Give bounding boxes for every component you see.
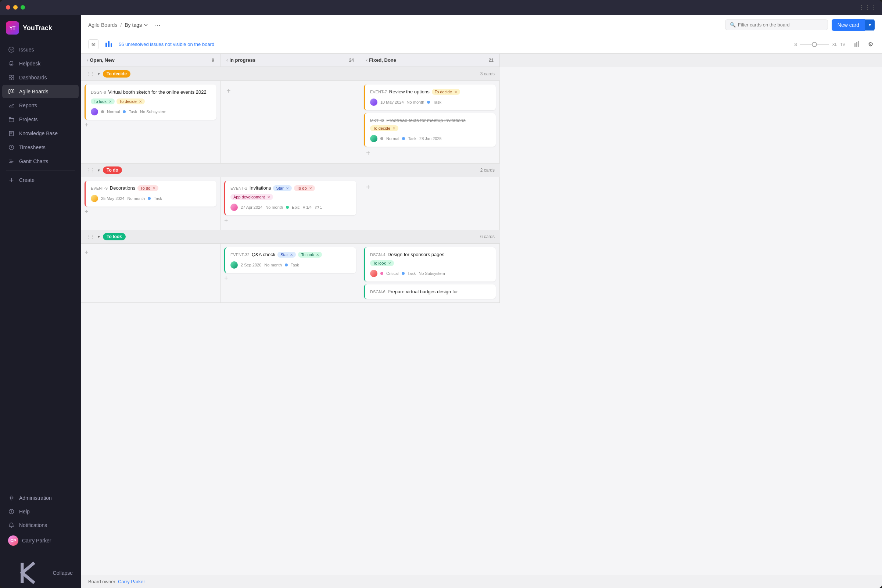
breadcrumb-parent[interactable]: Agile Boards bbox=[88, 22, 117, 28]
board-owner-name[interactable]: Carry Parker bbox=[118, 579, 145, 584]
add-card-in-progress-to-decide[interactable]: + bbox=[224, 84, 233, 98]
minimize-button[interactable] bbox=[13, 5, 18, 9]
card-id-dsgn6: DSGN-6 bbox=[370, 290, 386, 294]
close-button[interactable] bbox=[6, 5, 10, 9]
col-header-fixed-done: ‹ Fixed, Done 21 bbox=[360, 54, 500, 67]
add-card-open-to-look[interactable]: + bbox=[84, 248, 93, 258]
email-filter-button[interactable]: ✉ bbox=[88, 39, 99, 49]
add-card-done-to-do[interactable]: + bbox=[364, 181, 373, 194]
breadcrumb-current[interactable]: By tags bbox=[124, 22, 148, 28]
tag-remove-to-look-event32[interactable]: ✕ bbox=[316, 253, 319, 257]
tag-to-decide-event7[interactable]: To decide ✕ bbox=[432, 89, 460, 95]
user-profile[interactable]: CP Carry Parker bbox=[2, 532, 79, 549]
more-options-button[interactable]: ⋯ bbox=[151, 20, 164, 30]
tag-remove-to-look-dsgn4[interactable]: ✕ bbox=[388, 261, 391, 266]
swimlane-badge-to-look: To look bbox=[103, 233, 126, 240]
svg-rect-22 bbox=[108, 41, 110, 47]
sidebar-item-help[interactable]: Help bbox=[2, 505, 79, 518]
tag-star-event32[interactable]: Star ✕ bbox=[278, 252, 296, 258]
sidebar-item-projects[interactable]: Projects bbox=[2, 113, 79, 126]
collapse-button[interactable]: Collapse bbox=[2, 549, 79, 588]
create-button[interactable]: Create bbox=[2, 174, 79, 187]
unresolved-issues-text[interactable]: 56 unresolved issues not visible on the … bbox=[119, 42, 790, 47]
card-event-7[interactable]: EVENT-7 Review the options To decide ✕ 1… bbox=[364, 84, 496, 110]
priority-mkt43: Normal bbox=[386, 136, 399, 141]
add-card-button-to-decide-open[interactable]: + bbox=[84, 120, 93, 130]
add-card-open-to-do[interactable]: + bbox=[84, 207, 93, 217]
sidebar-item-gantt-charts-label: Gantt Charts bbox=[19, 158, 48, 164]
sidebar-item-reports[interactable]: Reports bbox=[2, 99, 79, 112]
tag-remove-app-dev-event2[interactable]: ✕ bbox=[267, 195, 270, 199]
tag-to-do-event2[interactable]: To do ✕ bbox=[294, 185, 315, 191]
svg-rect-6 bbox=[9, 90, 10, 94]
col-arrow-done[interactable]: ‹ bbox=[366, 57, 368, 63]
tag-star-event2[interactable]: Star ✕ bbox=[273, 185, 291, 191]
tag-remove-to-look[interactable]: ✕ bbox=[109, 100, 112, 104]
sidebar-item-agile-boards[interactable]: Agile Boards bbox=[2, 85, 79, 98]
chevron-down-icon bbox=[144, 23, 148, 27]
sidebar-item-dashboards-label: Dashboards bbox=[19, 75, 47, 81]
col-arrow-open[interactable]: ‹ bbox=[87, 57, 88, 63]
card-event-32[interactable]: EVENT-32 Q&A check Star ✕ To look ✕ 2 Se… bbox=[224, 248, 356, 273]
cell-to-decide-open: DSGN-8 Virtual booth sketch for the onli… bbox=[81, 81, 220, 164]
search-input[interactable] bbox=[738, 22, 823, 28]
tag-remove-to-do-event2[interactable]: ✕ bbox=[309, 186, 312, 190]
card-event-2[interactable]: EVENT-2 Invitations Star ✕ To do ✕ App d… bbox=[224, 181, 356, 215]
swimlane-chevron-2[interactable]: ▾ bbox=[98, 168, 100, 173]
add-card-progress-to-do[interactable]: + bbox=[224, 215, 233, 226]
month-event2: No month bbox=[266, 205, 283, 210]
sidebar-item-dashboards[interactable]: Dashboards bbox=[2, 71, 79, 84]
tag-remove-star-event32[interactable]: ✕ bbox=[290, 253, 293, 257]
tag-to-look-dsgn4[interactable]: To look ✕ bbox=[370, 260, 394, 266]
card-mkt-43[interactable]: MKT-43 Proofread texts for meetup invita… bbox=[364, 113, 496, 147]
assignee-avatar-event32 bbox=[230, 261, 238, 268]
sidebar-item-timesheets[interactable]: Timesheets bbox=[2, 141, 79, 154]
sidebar-item-helpdesk[interactable]: Helpdesk bbox=[2, 57, 79, 70]
tag-to-decide-mkt43[interactable]: To decide ✕ bbox=[370, 125, 398, 131]
svg-rect-2 bbox=[9, 75, 11, 77]
tag-remove-star-event2[interactable]: ✕ bbox=[286, 186, 289, 190]
card-dsgn-8[interactable]: DSGN-8 Virtual booth sketch for the onli… bbox=[84, 84, 216, 120]
swimlane-cards-count-3: 6 cards bbox=[480, 234, 495, 239]
tag-app-dev-event2[interactable]: App development ✕ bbox=[230, 194, 273, 200]
sidebar-item-agile-boards-label: Agile Boards bbox=[19, 88, 48, 94]
stats-button[interactable] bbox=[853, 39, 862, 50]
tag-to-decide[interactable]: To decide ✕ bbox=[117, 99, 145, 104]
tag-to-look[interactable]: To look ✕ bbox=[91, 99, 115, 104]
tag-to-do-event9[interactable]: To do ✕ bbox=[138, 185, 158, 191]
chart-view-button[interactable] bbox=[103, 38, 114, 50]
card-event-9[interactable]: EVENT-9 Decorations To do ✕ 25 May 2024 … bbox=[84, 181, 216, 207]
sidebar-item-knowledge-base[interactable]: Knowledge Base bbox=[2, 127, 79, 140]
collapse-label: Collapse bbox=[53, 570, 73, 576]
tag-remove-to-do-event9[interactable]: ✕ bbox=[153, 186, 156, 190]
tag-remove-to-decide[interactable]: ✕ bbox=[139, 100, 142, 104]
sidebar-item-administration[interactable]: Administration bbox=[2, 491, 79, 505]
swimlane-drag-handle-3: ⋮⋮ bbox=[86, 234, 95, 239]
swimlane-chevron-3[interactable]: ▾ bbox=[98, 234, 100, 239]
tag-remove-to-decide-mkt43[interactable]: ✕ bbox=[393, 126, 395, 130]
col-arrow-progress[interactable]: ‹ bbox=[226, 57, 228, 63]
board-settings-button[interactable]: ⚙ bbox=[867, 39, 874, 49]
type-dot-event32 bbox=[285, 264, 288, 266]
add-card-done-to-decide[interactable]: + bbox=[364, 147, 373, 159]
card-id-mkt43: MKT-43 bbox=[370, 118, 384, 123]
maximize-button[interactable] bbox=[21, 5, 25, 9]
card-dsgn-6[interactable]: DSGN-6 Prepare virtual badges design for bbox=[364, 285, 496, 299]
logo-text: YouTrack bbox=[23, 24, 52, 32]
new-card-main-button[interactable]: New card bbox=[832, 19, 865, 31]
swimlane-chevron-1[interactable]: ▾ bbox=[98, 72, 100, 76]
sidebar-item-notifications[interactable]: Notifications bbox=[2, 519, 79, 532]
tag-remove-to-decide-event7[interactable]: ✕ bbox=[454, 90, 457, 94]
sidebar-item-issues[interactable]: Issues bbox=[2, 43, 79, 56]
tag-to-look-event32[interactable]: To look ✕ bbox=[298, 252, 322, 258]
folder-icon bbox=[8, 116, 15, 123]
col-label-progress: In progress bbox=[230, 57, 255, 63]
new-card-dropdown-button[interactable]: ▾ bbox=[865, 20, 874, 30]
add-card-progress-to-look[interactable]: + bbox=[224, 273, 233, 284]
sidebar-item-gantt-charts[interactable]: Gantt Charts bbox=[2, 155, 79, 168]
card-title-dsgn6: Prepare virtual badges design for bbox=[388, 289, 458, 294]
card-dsgn-4[interactable]: DSGN-4 Design for sponsors pages To look… bbox=[364, 248, 496, 282]
size-slider[interactable] bbox=[800, 44, 829, 45]
col-header-left: ‹ Open, New bbox=[87, 57, 115, 63]
sidebar: YT YouTrack Issues Helpdesk Dashboards A… bbox=[0, 15, 81, 588]
